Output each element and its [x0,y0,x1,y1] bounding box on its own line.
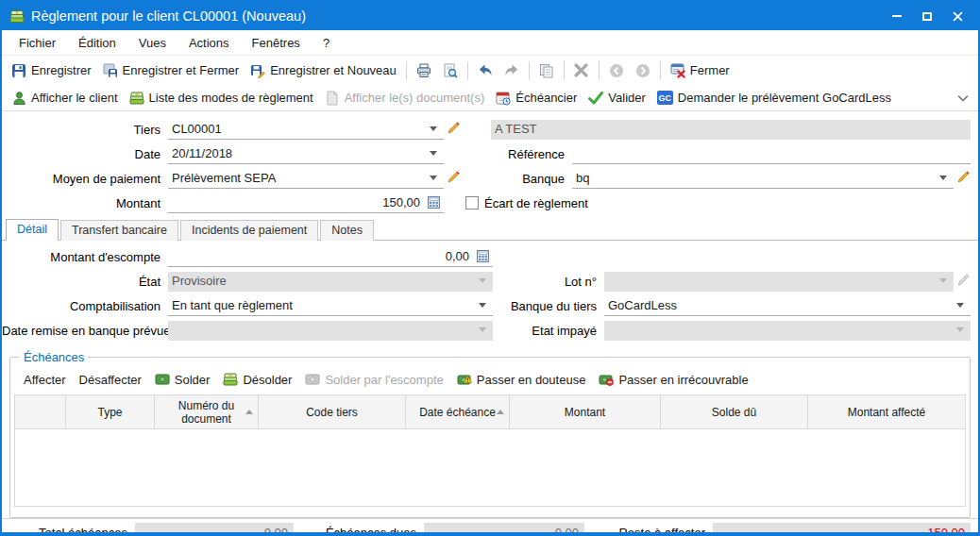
undo-button[interactable] [472,61,498,80]
toolbar-overflow-button[interactable] [952,92,974,104]
payment-modes-button[interactable]: Liste des modes de règlement [124,89,319,108]
menu-aide[interactable]: ? [312,32,341,54]
totals-bar: Total échéances 0,00 Échéances dues 0,00… [2,518,978,536]
column-header-solde-du[interactable]: Solde dû [661,395,808,429]
payment-method-field[interactable]: Prélèvement SEPA [168,169,444,189]
save-and-new-button[interactable]: Enregistrer et Nouveau [245,61,402,80]
tiers-value: CL00001 [168,122,423,136]
solder-button[interactable]: Solder [149,370,216,389]
discount-field[interactable]: 0,00 [168,247,493,267]
state-field: Provisoire [168,272,493,292]
desaffecter-button[interactable]: Désaffecter [74,371,147,389]
maximize-icon [922,12,932,21]
dropdown-arrow-icon[interactable] [479,303,486,308]
tiers-field[interactable]: CL00001 [168,120,444,140]
title-bar: Règlement pour le client CL00001 (Nouvea… [2,2,978,30]
close-button[interactable] [944,6,971,26]
menu-fichier[interactable]: Fichier [8,32,67,54]
edit-payment-method-pencil-icon[interactable] [448,170,461,187]
passer-irrecouvrable-button[interactable]: Passer en irrécouvrable [593,370,753,389]
reference-field[interactable] [572,144,971,164]
next-record-button[interactable] [630,61,656,80]
sort-asc-icon [497,410,504,414]
amount-field[interactable]: 150,00 [168,193,444,213]
third-bank-field[interactable]: GoCardLess [604,296,971,316]
undo-icon [478,63,493,78]
minimize-button[interactable] [884,6,910,26]
third-bank-label: Banque du tiers [493,299,604,313]
fermer-button[interactable]: Fermer [665,61,735,80]
maximize-button[interactable] [914,6,940,26]
deposit-date-label: Date remise en banque prévue [2,324,168,338]
tab-notes[interactable]: Notes [320,220,374,241]
amount-label: Montant [2,196,168,210]
column-header-date-echeance[interactable]: Date échéance [406,395,510,429]
ecart-checkbox[interactable] [465,196,479,209]
toolbar-separator [406,61,407,80]
print-preview-icon [443,63,458,78]
date-field[interactable]: 20/11/2018 [168,144,444,164]
print-preview-button[interactable] [437,61,464,80]
menu-actions[interactable]: Actions [177,32,241,54]
echeancier-button[interactable]: Échéancier [490,89,583,108]
edit-bank-pencil-icon[interactable] [957,170,971,187]
state-value: Provisoire [168,274,472,288]
dropdown-arrow-icon [479,278,486,283]
nav-forward-icon [635,63,651,78]
previous-record-button[interactable] [603,61,630,80]
tab-detail[interactable]: Détail [6,219,59,241]
tab-transfert-bancaire[interactable]: Transfert bancaire [60,220,178,241]
solder-escompte-button[interactable]: Solder par l'escompte [299,370,448,389]
edit-tiers-pencil-icon[interactable] [448,121,461,138]
column-header-montant[interactable]: Montant [510,395,661,429]
menu-edition[interactable]: Édition [67,32,127,54]
print-button[interactable] [411,61,437,80]
echeances-legend: Échéances [20,350,88,364]
state-label: État [2,275,168,289]
tab-incidents-paiement[interactable]: Incidents de paiement [180,220,318,241]
desolder-button[interactable]: Désolder [217,370,297,389]
save-button[interactable]: Enregistrer [6,61,97,80]
detail-tab-content: Montant d'escompte 0,00 État Provisoire … [2,241,978,344]
menu-fenetres[interactable]: Fenêtres [241,32,312,54]
echeances-dues-label: Échéances dues [294,526,424,536]
dropdown-arrow-icon[interactable] [956,303,964,308]
dropdown-arrow-icon[interactable] [430,176,437,180]
solder-escompte-icon [305,372,320,387]
tiers-name-value: A TEST [491,122,971,136]
gocardless-button[interactable]: GC Demander le prélèvement GoCardLess [651,89,897,107]
valider-button[interactable]: Valider [583,89,651,108]
bank-field[interactable]: bq [572,169,954,189]
dropdown-arrow-icon[interactable] [430,126,437,131]
passer-douteuse-button[interactable]: Passer en douteuse [451,370,592,389]
column-header-montant-affecte[interactable]: Montant affecté [808,395,966,429]
calculator-icon[interactable] [427,195,441,209]
dropdown-arrow-icon [939,278,947,283]
column-header-numero-document[interactable]: Numéro du document [155,395,259,429]
toolbar-separator [660,61,661,80]
menu-vues[interactable]: Vues [127,32,177,54]
accounting-field[interactable]: En tant que règlement [168,296,493,316]
show-documents-button[interactable]: Afficher le(s) document(s) [319,89,491,108]
tiers-label: Tiers [2,123,168,137]
reste-a-affecter-value: 150,00 [713,523,971,536]
third-bank-value: GoCardLess [604,298,950,312]
dropdown-arrow-icon[interactable] [430,151,437,156]
save-and-close-button[interactable]: Enregistrer et Fermer [97,61,245,80]
redo-button[interactable] [498,61,525,80]
affecter-button[interactable]: Affecter [18,371,72,389]
money-stack-icon [129,91,144,106]
nav-back-icon [609,63,624,78]
show-client-button[interactable]: Afficher le client [6,89,124,108]
calculator-icon[interactable] [476,249,490,263]
delete-button[interactable] [568,61,595,80]
dropdown-arrow-icon[interactable] [939,176,947,180]
column-header-type[interactable]: Type [66,395,155,429]
unpaid-state-label: Etat impayé [493,324,604,338]
amount-value: 150,00 [168,195,424,209]
date-value: 20/11/2018 [168,146,423,160]
copy-button[interactable] [533,61,560,80]
chevron-down-icon [957,94,969,102]
column-header-code-tiers[interactable]: Code tiers [259,395,406,429]
person-icon [11,91,26,106]
